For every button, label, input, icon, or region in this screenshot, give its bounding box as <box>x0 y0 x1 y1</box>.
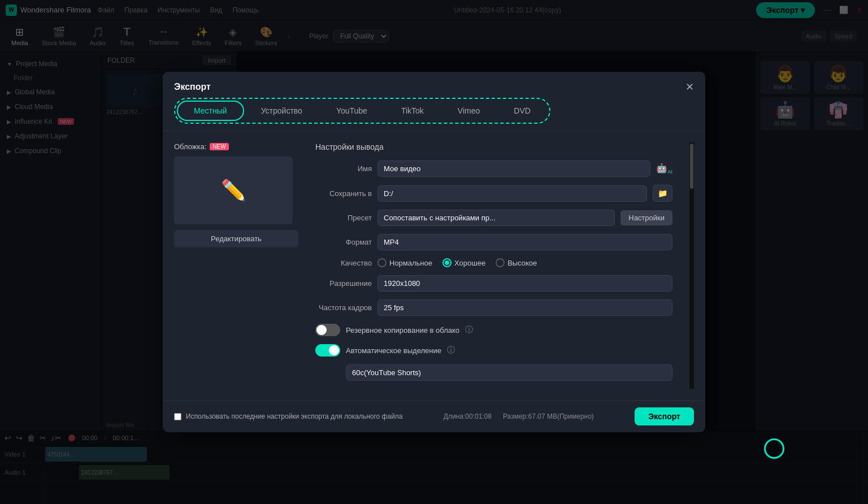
auto-row: Автоматическое выделение ⓘ <box>315 344 672 357</box>
modal-scrollbar[interactable] <box>689 142 694 389</box>
format-select[interactable]: MP4 <box>377 234 672 250</box>
framerate-row: Частота кадров 25 fps <box>315 299 672 316</box>
quality-high-label: Высокое <box>507 259 537 267</box>
tab-vimeo[interactable]: Vimeo <box>441 101 497 121</box>
tab-youtube[interactable]: YouTube <box>319 101 384 121</box>
format-row: Формат MP4 <box>315 234 672 250</box>
scrollbar-thumb <box>690 144 693 189</box>
size-label: Размер:67.07 MB(Примерно) <box>503 412 594 420</box>
tab-wrapper: Местный Устройство YouTube TikTok Vimeo … <box>174 98 550 124</box>
framerate-label: Частота кадров <box>315 303 372 312</box>
quality-normal-label: Нормальное <box>389 259 432 267</box>
quality-radio-group: Нормальное Хорошее Высокое <box>377 258 672 267</box>
shorts-select[interactable]: 60с(YouTube Shorts) <box>346 364 672 381</box>
save-path-input[interactable] <box>377 185 647 202</box>
cover-new-badge: NEW <box>210 143 228 150</box>
quality-normal[interactable]: Нормальное <box>377 258 432 267</box>
tab-dvd[interactable]: DVD <box>497 101 548 121</box>
modal-title: Экспорт <box>174 82 211 92</box>
quality-row: Качество Нормальное Хорошее Высокое <box>315 258 672 267</box>
quality-normal-radio[interactable] <box>377 258 387 267</box>
cover-section: Обложка: NEW ✏️ Редактировать <box>174 142 298 389</box>
shorts-row: 60с(YouTube Shorts) <box>315 364 672 381</box>
output-section: Настройки вывода Имя 🤖AI Сохранить в 📁 П… <box>315 142 672 389</box>
footer-export-button[interactable]: Экспорт <box>635 407 694 425</box>
preset-label: Пресет <box>315 214 372 222</box>
modal-header: Экспорт ✕ <box>163 72 705 98</box>
framerate-select[interactable]: 25 fps <box>377 299 672 316</box>
quality-good-label: Хорошее <box>454 259 485 267</box>
cover-edit-button[interactable]: Редактировать <box>174 230 298 247</box>
quality-good-radio[interactable] <box>442 258 452 267</box>
auto-toggle[interactable] <box>315 344 340 357</box>
quality-good[interactable]: Хорошее <box>442 258 485 267</box>
modal-overlay: Экспорт ✕ Местный Устройство YouTube Tik… <box>0 0 868 504</box>
preset-row: Пресет Сопоставить с настройками пр... Н… <box>315 210 672 226</box>
cover-thumb-icon: ✏️ <box>221 179 246 202</box>
preset-select[interactable]: Сопоставить с настройками пр... <box>377 210 615 226</box>
auto-info-icon[interactable]: ⓘ <box>447 345 455 355</box>
backup-row: Резервное копирование в облако ⓘ <box>315 324 672 336</box>
format-label: Формат <box>315 238 372 246</box>
save-label: Сохранить в <box>315 189 372 198</box>
backup-label: Резервное копирование в облако <box>346 326 459 334</box>
ai-name-button[interactable]: 🤖AI <box>656 163 672 175</box>
save-row: Сохранить в 📁 <box>315 185 672 202</box>
cover-label-text: Обложка: <box>174 142 206 151</box>
duration-label: Длина:00:01:08 <box>444 412 492 420</box>
name-label: Имя <box>315 164 372 173</box>
folder-browse-button[interactable]: 📁 <box>653 185 672 202</box>
tab-device[interactable]: Устройство <box>244 101 319 121</box>
export-modal: Экспорт ✕ Местный Устройство YouTube Tik… <box>163 72 705 432</box>
modal-close-button[interactable]: ✕ <box>685 81 694 93</box>
backup-info-icon[interactable]: ⓘ <box>465 325 473 335</box>
footer-checkbox-area: Использовать последние настройки экспорт… <box>174 412 403 420</box>
name-input[interactable] <box>377 160 650 177</box>
quality-label: Качество <box>315 259 372 267</box>
tab-local[interactable]: Местный <box>177 101 244 121</box>
auto-label: Автоматическое выделение <box>346 346 441 355</box>
auto-knob <box>329 345 339 355</box>
last-settings-checkbox[interactable] <box>174 413 181 420</box>
settings-button[interactable]: Настройки <box>620 210 672 225</box>
modal-body: Обложка: NEW ✏️ Редактировать Настройки … <box>163 131 705 400</box>
quality-high-radio[interactable] <box>496 258 505 267</box>
quality-high[interactable]: Высокое <box>496 258 537 267</box>
footer-info: Длина:00:01:08 Размер:67.07 MB(Примерно) <box>444 412 594 420</box>
cursor-ring <box>764 438 784 459</box>
output-title: Настройки вывода <box>315 142 672 151</box>
resolution-select[interactable]: 1920x1080 <box>377 275 672 292</box>
tab-tiktok[interactable]: TikTok <box>384 101 441 121</box>
modal-tabs: Местный Устройство YouTube TikTok Vimeo … <box>163 98 705 131</box>
name-row: Имя 🤖AI <box>315 160 672 177</box>
resolution-label: Разрешение <box>315 279 372 288</box>
last-settings-label: Использовать последние настройки экспорт… <box>186 412 403 420</box>
cover-label: Обложка: NEW <box>174 142 298 151</box>
backup-knob <box>316 325 327 335</box>
cover-thumbnail[interactable]: ✏️ <box>174 157 293 224</box>
modal-footer: Использовать последние настройки экспорт… <box>163 400 705 432</box>
backup-toggle[interactable] <box>315 324 340 336</box>
resolution-row: Разрешение 1920x1080 <box>315 275 672 292</box>
